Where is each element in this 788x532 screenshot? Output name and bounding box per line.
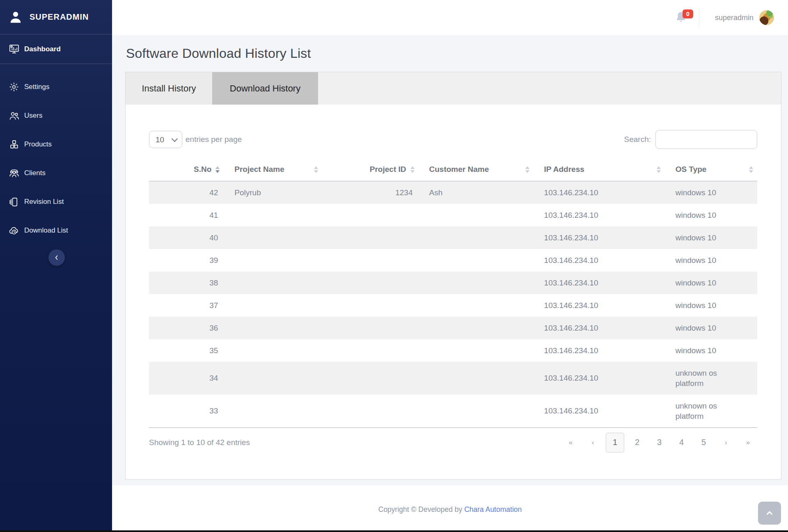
main-area: 0 superadmin Software Download History L… bbox=[112, 0, 788, 532]
cell-sno: 34 bbox=[149, 362, 224, 395]
sidebar-item-label: Revision List bbox=[24, 198, 64, 206]
page-size-select[interactable]: 10 bbox=[149, 131, 182, 148]
scroll-to-top-button[interactable] bbox=[758, 502, 781, 525]
cell-project-id bbox=[322, 249, 418, 272]
sort-icon bbox=[410, 166, 415, 173]
cell-customer-name bbox=[419, 339, 534, 362]
cell-sno: 40 bbox=[149, 226, 224, 249]
sidebar-item-label: Download List bbox=[24, 226, 68, 235]
table-row: 36103.146.234.10windows 10 bbox=[149, 317, 757, 339]
cell-project-id bbox=[322, 272, 418, 294]
page-size-controls: 10 entries per page bbox=[149, 131, 242, 148]
cell-ip-address: 103.146.234.10 bbox=[534, 226, 665, 249]
cell-os-type: windows 10 bbox=[665, 317, 757, 339]
cell-sno: 33 bbox=[149, 395, 224, 428]
pagination-next[interactable]: › bbox=[717, 433, 735, 452]
cell-customer-name: Ash bbox=[419, 181, 534, 204]
cell-customer-name bbox=[419, 272, 534, 294]
search-input[interactable] bbox=[655, 130, 757, 149]
table-row: 42Polyrub1234Ash103.146.234.10windows 10 bbox=[149, 181, 757, 204]
column-label: S.No bbox=[194, 165, 211, 174]
sidebar-collapse-button[interactable] bbox=[48, 249, 65, 266]
clients-icon bbox=[8, 167, 20, 179]
sidebar: SUPERADMIN DashboardSettingsUsersProduct… bbox=[0, 0, 112, 532]
page-size-select-wrap: 10 bbox=[149, 131, 182, 148]
cell-customer-name bbox=[419, 294, 534, 317]
notifications-button[interactable]: 0 bbox=[674, 10, 688, 25]
cell-ip-address: 103.146.234.10 bbox=[534, 395, 665, 428]
table-row: 35103.146.234.10windows 10 bbox=[149, 339, 757, 362]
pagination-page-1[interactable]: 1 bbox=[606, 433, 624, 452]
cell-os-type: windows 10 bbox=[665, 272, 757, 294]
content-area: Software Download History List Install H… bbox=[112, 35, 788, 485]
sidebar-item-label: Settings bbox=[24, 83, 49, 91]
sort-icon bbox=[215, 166, 220, 173]
column-header-ip-address[interactable]: IP Address bbox=[534, 158, 665, 181]
chevron-up-icon bbox=[765, 509, 774, 518]
table-row: 37103.146.234.10windows 10 bbox=[149, 294, 757, 317]
cell-project-id bbox=[322, 294, 418, 317]
person-icon bbox=[8, 10, 23, 25]
history-card: Install History Download History 10 entr… bbox=[125, 72, 781, 479]
sidebar-item-dashboard[interactable]: Dashboard bbox=[0, 34, 112, 64]
sidebar-item-download-list[interactable]: Download List bbox=[0, 216, 112, 245]
sidebar-item-users[interactable]: Users bbox=[0, 101, 112, 130]
cell-project-name bbox=[224, 272, 322, 294]
cell-project-id bbox=[322, 226, 418, 249]
pagination-page-5[interactable]: 5 bbox=[694, 433, 713, 452]
sidebar-item-settings[interactable]: Settings bbox=[0, 73, 112, 101]
cell-customer-name bbox=[419, 317, 534, 339]
sidebar-item-revision-list[interactable]: Revision List bbox=[0, 187, 112, 216]
cell-ip-address: 103.146.234.10 bbox=[534, 362, 665, 395]
sidebar-item-label: Dashboard bbox=[24, 45, 61, 53]
column-header-project-id[interactable]: Project ID bbox=[322, 158, 418, 181]
page-footer: Copyright © Developed by Chara Automatio… bbox=[112, 485, 788, 532]
cell-project-id bbox=[322, 395, 418, 428]
cell-sno: 38 bbox=[149, 272, 224, 294]
cell-sno: 39 bbox=[149, 249, 224, 272]
cell-os-type: unknown os platform bbox=[665, 362, 757, 395]
cell-ip-address: 103.146.234.10 bbox=[534, 181, 665, 204]
column-label: Customer Name bbox=[429, 165, 489, 174]
pagination-first[interactable]: « bbox=[561, 433, 580, 452]
avatar[interactable] bbox=[759, 10, 774, 25]
column-header-customer-name[interactable]: Customer Name bbox=[419, 158, 534, 181]
pagination-last[interactable]: » bbox=[739, 433, 757, 452]
tab-install-history[interactable]: Install History bbox=[126, 72, 212, 105]
sort-icon bbox=[314, 166, 318, 173]
cell-customer-name bbox=[419, 362, 534, 395]
cell-sno: 37 bbox=[149, 294, 224, 317]
cell-project-id bbox=[322, 317, 418, 339]
cell-sno: 41 bbox=[149, 204, 224, 226]
products-icon bbox=[8, 139, 20, 150]
cell-project-name bbox=[224, 339, 322, 362]
copyright-text: Copyright © Developed by bbox=[378, 505, 464, 514]
column-header-project-name[interactable]: Project Name bbox=[224, 158, 322, 181]
username-label[interactable]: superadmin bbox=[715, 14, 754, 22]
sort-icon bbox=[657, 166, 661, 173]
table-row: 34103.146.234.10unknown os platform bbox=[149, 362, 757, 395]
sidebar-item-label: Products bbox=[24, 140, 52, 148]
sidebar-item-clients[interactable]: Clients bbox=[0, 159, 112, 187]
pagination: «‹12345›» bbox=[561, 433, 757, 452]
pagination-page-2[interactable]: 2 bbox=[628, 433, 646, 452]
sidebar-item-products[interactable]: Products bbox=[0, 130, 112, 159]
tab-download-history[interactable]: Download History bbox=[212, 72, 318, 105]
tab-bar-filler bbox=[318, 72, 781, 105]
column-header-os-type[interactable]: OS Type bbox=[665, 158, 757, 181]
table-row: 40103.146.234.10windows 10 bbox=[149, 226, 757, 249]
brand: SUPERADMIN bbox=[0, 0, 112, 34]
sidebar-nav: DashboardSettingsUsersProductsClientsRev… bbox=[0, 34, 112, 245]
cell-sno: 35 bbox=[149, 339, 224, 362]
cell-project-name bbox=[224, 317, 322, 339]
pagination-prev[interactable]: ‹ bbox=[584, 433, 602, 452]
cell-ip-address: 103.146.234.10 bbox=[534, 317, 665, 339]
column-header-s-no[interactable]: S.No bbox=[149, 158, 224, 181]
chara-automation-link[interactable]: Chara Automation bbox=[464, 505, 522, 514]
cell-os-type: windows 10 bbox=[665, 294, 757, 317]
pagination-page-4[interactable]: 4 bbox=[672, 433, 691, 452]
column-label: OS Type bbox=[676, 165, 707, 174]
table-row: 38103.146.234.10windows 10 bbox=[149, 272, 757, 294]
pagination-page-3[interactable]: 3 bbox=[650, 433, 669, 452]
cell-project-name bbox=[224, 249, 322, 272]
